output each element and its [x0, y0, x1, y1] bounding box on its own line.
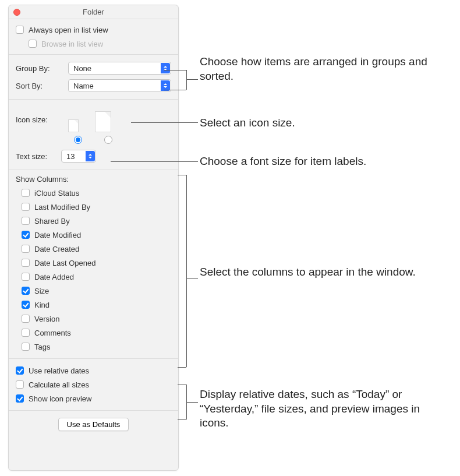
browse-in-list-label: Browse in list view [41, 40, 103, 48]
group-by-row: Group By: None [16, 59, 171, 77]
text-size-row: Text size: 13 [16, 147, 171, 165]
icon-size-radios [16, 136, 171, 144]
calc-sizes-row[interactable]: Calculate all sizes [16, 378, 171, 392]
column-row[interactable]: Size [16, 284, 171, 298]
relative-dates-row[interactable]: Use relative dates [16, 364, 171, 378]
calc-sizes-label: Calculate all sizes [29, 380, 89, 389]
column-checkbox[interactable] [22, 231, 30, 239]
column-label: Size [34, 287, 49, 295]
connector [164, 70, 186, 70]
group-by-label: Group By: [16, 64, 68, 73]
close-button[interactable] [13, 9, 20, 16]
titlebar: Folder [9, 5, 178, 19]
connector [186, 402, 198, 403]
annotation-5: Display relative dates, such as “Today” … [200, 387, 450, 431]
connector [186, 79, 198, 80]
text-size-select[interactable]: 13 [61, 150, 96, 163]
column-row[interactable]: Date Created [16, 242, 171, 256]
connector [131, 122, 198, 123]
column-row[interactable]: Date Last Opened [16, 256, 171, 270]
column-label: Shared By [34, 217, 70, 225]
column-checkbox[interactable] [22, 329, 30, 337]
connector [178, 385, 186, 385]
annotation-4: Select the columns to appear in the wind… [200, 265, 416, 280]
sizes-section: Icon size: Text size: 13 [9, 100, 178, 170]
use-as-defaults-button[interactable]: Use as Defaults [58, 418, 129, 431]
column-row[interactable]: iCloud Status [16, 186, 171, 200]
connector [111, 161, 198, 162]
icon-size-small-radio[interactable] [74, 136, 82, 144]
column-row[interactable]: Last Modified By [16, 200, 171, 214]
icon-size-row: Icon size: [16, 107, 171, 132]
show-columns-section: Show Columns: iCloud StatusLast Modified… [9, 170, 178, 359]
sort-by-value: Name [73, 82, 94, 90]
relative-dates-label: Use relative dates [29, 366, 89, 375]
calc-sizes-checkbox[interactable] [16, 380, 24, 389]
connector [178, 175, 186, 175]
folder-view-options-panel: Folder Always open in list view Browse i… [8, 5, 179, 471]
connector [178, 419, 186, 420]
column-row[interactable]: Version [16, 312, 171, 326]
large-doc-icon [95, 111, 111, 132]
footer: Use as Defaults [9, 411, 178, 438]
annotation-3: Choose a font size for item labels. [200, 154, 366, 169]
group-by-select[interactable]: None [68, 62, 171, 75]
column-row[interactable]: Comments [16, 326, 171, 340]
column-checkbox[interactable] [22, 189, 30, 197]
column-label: Kind [34, 301, 49, 309]
connector [186, 70, 187, 90]
column-checkbox[interactable] [22, 287, 30, 295]
icon-preview-label: Show icon preview [29, 394, 91, 403]
column-label: Date Added [34, 273, 74, 281]
browse-in-list-checkbox [29, 40, 37, 48]
column-checkbox[interactable] [22, 301, 30, 309]
relative-dates-checkbox[interactable] [16, 366, 24, 375]
group-by-value: None [73, 64, 91, 73]
column-row[interactable]: Date Modified [16, 228, 171, 242]
icon-preview-row[interactable]: Show icon preview [16, 392, 171, 406]
connector [178, 367, 186, 368]
column-checkbox[interactable] [22, 245, 30, 253]
icon-preview-checkbox[interactable] [16, 394, 24, 403]
annotation-2: Select an icon size. [200, 116, 295, 131]
column-label: Comments [34, 329, 71, 337]
column-checkbox[interactable] [22, 203, 30, 211]
sort-by-row: Sort By: Name [16, 77, 171, 94]
sort-by-select[interactable]: Name [68, 79, 171, 92]
connector [186, 278, 198, 279]
sort-by-label: Sort By: [16, 82, 68, 90]
column-label: Date Modified [34, 231, 81, 239]
column-checkbox[interactable] [22, 217, 30, 225]
text-size-label: Text size: [16, 152, 61, 161]
column-row[interactable]: Kind [16, 298, 171, 312]
column-checkbox[interactable] [22, 259, 30, 267]
text-size-value: 13 [66, 152, 75, 161]
window-title: Folder [9, 8, 178, 16]
column-row[interactable]: Date Added [16, 270, 171, 284]
column-row[interactable]: Shared By [16, 214, 171, 228]
group-sort-section: Group By: None Sort By: Name [9, 55, 178, 100]
annotation-1: Choose how items are arranged in groups … [200, 55, 450, 83]
browse-in-list-row: Browse in list view [16, 37, 171, 51]
column-row[interactable]: Tags [16, 340, 171, 354]
column-label: Tags [34, 343, 50, 351]
column-label: Date Last Opened [34, 259, 96, 267]
always-open-checkbox[interactable] [16, 26, 24, 34]
column-checkbox[interactable] [22, 315, 30, 323]
show-columns-heading: Show Columns: [16, 175, 171, 184]
always-open-label: Always open in list view [29, 26, 108, 34]
column-label: Version [34, 315, 59, 323]
icon-size-label: Icon size: [16, 115, 68, 124]
column-checkbox[interactable] [22, 273, 30, 281]
updown-arrows-icon [161, 63, 170, 73]
column-label: Date Created [34, 245, 79, 253]
icon-size-large-radio[interactable] [104, 136, 112, 144]
column-checkbox[interactable] [22, 343, 30, 351]
column-label: iCloud Status [34, 189, 79, 198]
column-label: Last Modified By [34, 203, 90, 211]
small-doc-icon [68, 119, 79, 132]
always-open-row[interactable]: Always open in list view [16, 23, 171, 37]
extra-options-section: Use relative dates Calculate all sizes S… [9, 359, 178, 411]
connector [164, 90, 186, 90]
connector [186, 175, 187, 367]
